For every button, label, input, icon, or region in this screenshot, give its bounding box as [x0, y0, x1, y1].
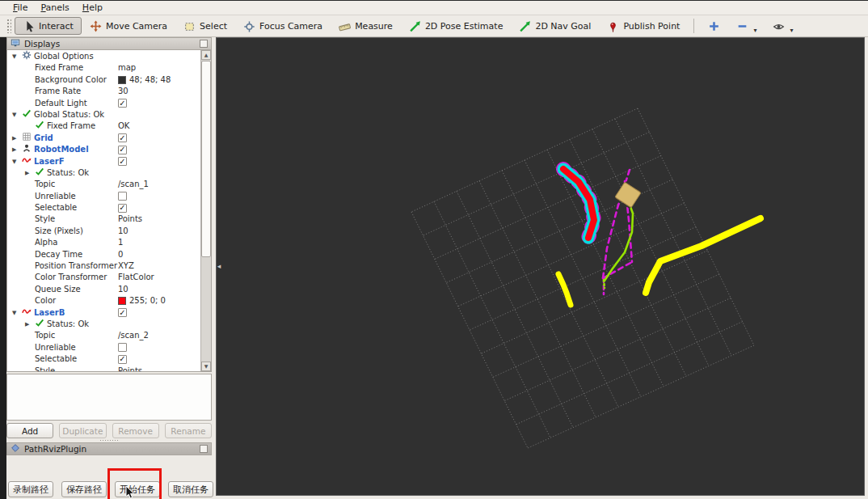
plugin-panel-header[interactable]: PathRvizPlugin	[6, 442, 212, 455]
tree-row-laserf[interactable]: ▼LaserF✓	[7, 156, 200, 167]
menu-panels[interactable]: Panels	[34, 2, 75, 15]
tree-value[interactable]: /scan_2	[118, 330, 149, 341]
toolbar-grip-handle[interactable]	[6, 19, 11, 33]
tree-value[interactable]: ✓	[118, 144, 127, 155]
expander-open-icon[interactable]: ▼	[12, 51, 22, 62]
plugin-button-1[interactable]: 录制路径	[8, 481, 53, 497]
tree-value[interactable]: XYZ	[118, 260, 134, 272]
tree-row-global-status-ok[interactable]: ▼Global Status: Ok	[7, 109, 200, 121]
panel-collapse-handle[interactable]: ◂	[215, 259, 223, 273]
plugin-float-button[interactable]	[200, 445, 208, 453]
tree-value[interactable]	[118, 191, 127, 202]
tree-row-selectable[interactable]: Selectable✓	[7, 202, 200, 214]
tree-value[interactable]	[118, 342, 127, 353]
expander-closed-icon[interactable]: ▶	[12, 144, 22, 155]
plugin-button-2[interactable]: 保存路径	[61, 481, 107, 497]
tree-row-global-options[interactable]: ▼Global Options	[7, 51, 200, 62]
tree-value[interactable]: /scan_1	[118, 179, 149, 190]
tree-value[interactable]: Points	[118, 214, 142, 225]
tree-row-alpha[interactable]: Alpha1	[7, 237, 200, 248]
tree-value[interactable]: ✓	[118, 133, 127, 144]
tree-value[interactable]: ✓	[118, 156, 127, 167]
tree-row-queue-size[interactable]: Queue Size10	[7, 284, 200, 295]
tool-plus-button[interactable]	[700, 17, 728, 35]
tree-row-color[interactable]: Color255; 0; 0	[7, 295, 200, 307]
tool-interact[interactable]: Interact	[15, 17, 82, 35]
tree-scrollbar[interactable]: ▲ ▼	[200, 50, 211, 371]
checkbox-checked[interactable]: ✓	[118, 146, 127, 154]
tree-row-selectable[interactable]: Selectable✓	[7, 353, 200, 365]
tree-value[interactable]: Points	[118, 366, 142, 372]
expander-open-icon[interactable]: ▼	[12, 109, 22, 121]
menu-file[interactable]: File	[6, 2, 34, 15]
tool-move-camera[interactable]: Move Camera	[82, 17, 175, 35]
scrollbar-thumb[interactable]	[201, 61, 211, 257]
tree-value[interactable]: 48; 48; 48	[118, 74, 171, 86]
tree-value[interactable]: ✓	[118, 307, 127, 319]
expander-open-icon[interactable]: ▼	[12, 307, 22, 319]
tree-row-grid[interactable]: ▶Grid✓	[7, 133, 200, 144]
checkbox-unchecked[interactable]	[118, 192, 127, 201]
tree-row-topic[interactable]: Topic/scan_2	[7, 330, 200, 341]
rename-button[interactable]: Rename	[165, 423, 212, 438]
tree-value[interactable]: 30	[118, 86, 129, 97]
tree-value[interactable]: ✓	[118, 98, 127, 109]
checkbox-checked[interactable]: ✓	[118, 204, 127, 213]
menu-help[interactable]: Help	[76, 2, 109, 15]
tree-value[interactable]: OK	[118, 121, 129, 132]
checkbox-checked[interactable]: ✓	[118, 99, 127, 108]
checkbox-checked[interactable]: ✓	[118, 133, 127, 142]
tool-2d-pose-estimate[interactable]: 2D Pose Estimate	[401, 17, 512, 35]
checkbox-checked[interactable]: ✓	[118, 308, 127, 317]
duplicate-button[interactable]: Duplicate	[59, 423, 106, 438]
displays-float-button[interactable]	[200, 40, 208, 48]
color-swatch[interactable]	[118, 297, 126, 305]
tree-row-fixed-frame[interactable]: Fixed Framemap	[7, 62, 200, 74]
tree-row-status-ok[interactable]: ▶Status: Ok	[7, 167, 200, 179]
expander-open-icon[interactable]: ▼	[12, 156, 22, 167]
tree-row-unreliable[interactable]: Unreliable	[7, 191, 200, 202]
tool-focus-camera[interactable]: Focus Camera	[235, 17, 331, 35]
tree-row-unreliable[interactable]: Unreliable	[7, 342, 200, 353]
3d-viewport[interactable]: ◂	[216, 37, 865, 496]
checkbox-unchecked[interactable]	[118, 343, 127, 352]
tree-value[interactable]: map	[118, 62, 136, 74]
tree-row-robotmodel[interactable]: ▶RobotModel✓	[7, 144, 200, 155]
tree-row-default-light[interactable]: Default Light✓	[7, 98, 200, 109]
tool-minus-button[interactable]: ▾	[728, 17, 765, 35]
panel-splitter[interactable]	[6, 438, 212, 442]
scrollbar-down-arrow[interactable]: ▼	[201, 362, 211, 371]
tool-visibility-button[interactable]: ▾	[765, 17, 801, 35]
tree-value[interactable]: FlatColor	[118, 272, 154, 283]
tree-row-fixed-frame[interactable]: Fixed FrameOK	[7, 121, 200, 132]
tree-value[interactable]: 0	[118, 249, 123, 260]
tree-row-status-ok[interactable]: ▶Status: Ok	[7, 319, 200, 330]
displays-panel-header[interactable]: Displays	[6, 37, 212, 50]
checkbox-checked[interactable]: ✓	[118, 157, 127, 166]
expander-closed-icon[interactable]: ▶	[25, 319, 35, 330]
tree-row-frame-rate[interactable]: Frame Rate30	[7, 86, 200, 97]
tree-value[interactable]: 10	[118, 284, 129, 295]
tree-value[interactable]: 255; 0; 0	[118, 295, 166, 307]
tree-value[interactable]: ✓	[118, 202, 127, 214]
checkbox-checked[interactable]: ✓	[118, 355, 127, 364]
tree-value[interactable]: 10	[118, 226, 129, 237]
tree-value[interactable]: ✓	[118, 353, 127, 365]
tool-measure[interactable]: Measure	[331, 17, 401, 35]
tree-row-topic[interactable]: Topic/scan_1	[7, 179, 200, 190]
expander-closed-icon[interactable]: ▶	[12, 133, 22, 144]
tree-row-style[interactable]: StylePoints	[7, 214, 200, 225]
scrollbar-up-arrow[interactable]: ▲	[201, 50, 211, 60]
tree-row-decay-time[interactable]: Decay Time0	[7, 249, 200, 260]
tree-row-size-pixels-[interactable]: Size (Pixels)10	[7, 226, 200, 237]
tree-row-background-color[interactable]: Background Color48; 48; 48	[7, 74, 200, 86]
add-button[interactable]: Add	[6, 423, 53, 438]
tool-publish-point[interactable]: Publish Point	[599, 17, 688, 35]
tree-row-position-transformer[interactable]: Position TransformerXYZ	[7, 260, 200, 272]
tree-value[interactable]: 1	[118, 237, 123, 248]
plugin-button-3[interactable]: 开始任务	[115, 481, 160, 497]
color-swatch[interactable]	[118, 76, 126, 84]
plugin-button-4[interactable]: 取消任务	[168, 481, 213, 497]
expander-closed-icon[interactable]: ▶	[25, 167, 35, 179]
tree-row-color-transformer[interactable]: Color TransformerFlatColor	[7, 272, 200, 283]
